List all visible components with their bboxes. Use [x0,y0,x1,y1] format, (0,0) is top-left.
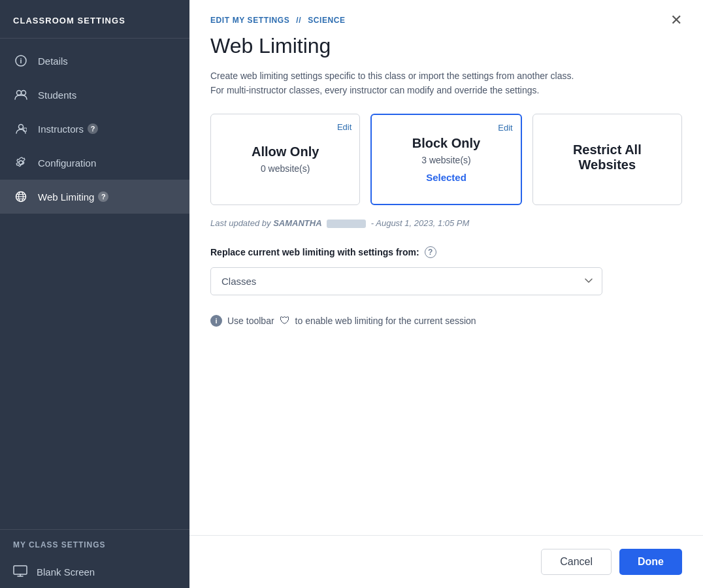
sidebar-item-students[interactable]: Students [0,78,189,112]
replace-section: Replace current web limiting with settin… [189,233,703,302]
option-block-only[interactable]: Edit Block Only 3 website(s) Selected [370,114,521,205]
students-icon [13,87,29,103]
svg-point-4 [19,125,24,129]
web-limiting-icon [13,189,29,204]
sidebar-item-label: Web Limiting ? [38,191,108,203]
replace-help-icon[interactable]: ? [425,246,436,258]
done-button[interactable]: Done [619,549,682,575]
sidebar-item-details[interactable]: i Details [0,44,189,78]
page-title: Web Limiting [189,27,703,69]
sidebar-title: Classroom Settings [13,16,125,25]
sidebar-nav: i Details Students [0,39,189,529]
toolbar-hint: i Use toolbar 🛡 to enable web limiting f… [189,302,703,340]
selected-badge: Selected [426,172,466,183]
sidebar-item-blank-screen[interactable]: Blank Screen [0,556,189,588]
sidebar-item-web-limiting[interactable]: Web Limiting ? [0,180,189,214]
option-restrict-all[interactable]: Restrict All Websites [532,114,682,205]
sidebar-item-label: Students [38,90,76,101]
breadcrumb-part2: SCIENCE [308,16,346,25]
restrict-all-title: Restrict All Websites [544,142,671,172]
instructors-icon [13,121,29,137]
cancel-button[interactable]: Cancel [541,549,612,575]
sidebar-item-instructors[interactable]: Instructors ? [0,112,189,146]
svg-point-3 [22,91,26,95]
sidebar-item-label: Instructors ? [38,123,98,135]
sidebar-bottom: My Class Settings Blank Screen [0,529,189,588]
block-only-title: Block Only [412,136,480,151]
sidebar-item-label: Configuration [38,157,96,169]
classes-dropdown[interactable]: Classes [210,267,602,295]
shield-icon: 🛡 [280,315,290,327]
info-circle-icon: i [210,315,222,327]
toolbar-hint-prefix: Use toolbar [227,316,274,326]
blank-screen-label: Blank Screen [37,566,95,578]
sidebar-item-label: Details [38,56,68,67]
monitor-icon [13,565,27,579]
svg-rect-11 [14,566,27,574]
main-content: EDIT MY SETTINGS // SCIENCE ✕ Web Limiti… [189,0,703,588]
dialog-footer: Cancel Done [189,535,703,588]
help-badge-web: ? [98,191,108,202]
my-class-settings-header: My Class Settings [0,530,189,556]
toolbar-hint-suffix: to enable web limiting for the current s… [295,316,476,326]
block-only-subtitle: 3 website(s) [421,155,470,165]
sidebar-header: Classroom Settings [0,0,189,39]
close-button[interactable]: ✕ [670,13,682,27]
info-icon: i [13,53,29,69]
dialog-description: Create web limiting settings specific to… [189,69,703,114]
edit-allow-only-link[interactable]: Edit [337,122,352,132]
help-badge: ? [88,123,98,134]
svg-point-2 [17,91,22,95]
options-row: Edit Allow Only 0 website(s) Edit Block … [189,114,703,205]
last-updated: Last updated by SAMANTHA - August 1, 202… [189,213,703,233]
configuration-icon [13,155,29,171]
breadcrumb-part1: EDIT MY SETTINGS [210,16,289,25]
allow-only-subtitle: 0 website(s) [261,163,310,174]
allow-only-title: Allow Only [252,144,319,159]
sidebar: Classroom Settings i Details [0,0,189,588]
option-allow-only[interactable]: Edit Allow Only 0 website(s) [210,114,360,205]
breadcrumb: EDIT MY SETTINGS // SCIENCE [210,16,346,25]
sidebar-item-configuration[interactable]: Configuration [0,146,189,180]
dialog-header: EDIT MY SETTINGS // SCIENCE ✕ [189,0,703,27]
breadcrumb-separator: // [296,16,301,25]
edit-block-only-link[interactable]: Edit [498,123,512,133]
replace-label: Replace current web limiting with settin… [210,246,682,258]
blurred-name [327,220,366,228]
svg-text:i: i [20,57,22,65]
